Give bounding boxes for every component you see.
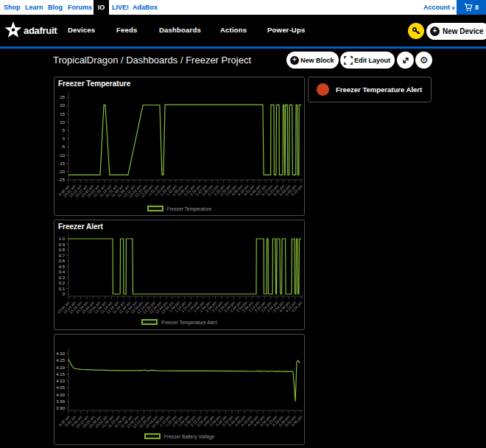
nav-dashboards[interactable]: Dashboards [159, 15, 201, 46]
legend-label: Freezer Temperature [167, 206, 212, 211]
plus-icon: + [430, 27, 440, 36]
legend-swatch [141, 319, 158, 325]
legend-label: Freezer Battery Voltage [164, 434, 214, 439]
chart-legend: Freezer Battery Voltage [54, 433, 304, 439]
freezer-temperature-chart: 2520151050-5-10-15-20-259:48 am10:01 am1… [54, 77, 304, 215]
new-block-button[interactable]: + New Block [286, 52, 339, 69]
chart-title: Freezer Temperature [58, 80, 130, 88]
key-icon [411, 26, 421, 36]
freezer-temperature-alert-block: Freezer Temperature Alert [308, 77, 432, 102]
freezer-battery-block: 4.304.254.204.154.104.054.003.953.909:28… [54, 334, 305, 445]
legend-swatch [144, 433, 161, 439]
new-device-button[interactable]: + New Device [426, 23, 486, 40]
svg-text:-5: -5 [61, 144, 66, 149]
svg-text:4.25: 4.25 [56, 358, 65, 363]
account-menu[interactable]: Account∨ [423, 0, 455, 15]
freezer-temperature-block: 2520151050-5-10-15-20-259:48 am10:01 am1… [54, 77, 305, 216]
svg-text:0.1: 0.1 [59, 287, 66, 291]
toplink-shop[interactable]: Shop [4, 0, 21, 15]
svg-text:5: 5 [63, 128, 66, 133]
new-block-label: New Block [300, 57, 334, 64]
svg-text:4.10: 4.10 [56, 379, 65, 383]
fullscreen-button[interactable] [397, 52, 414, 69]
svg-text:20: 20 [60, 103, 65, 108]
svg-text:-25: -25 [58, 178, 65, 182]
toplink-live[interactable]: LIVE! [112, 0, 129, 15]
brand-text: adafruit [24, 25, 57, 36]
svg-text:0.3: 0.3 [59, 276, 66, 280]
toplink-blog[interactable]: Blog [48, 0, 63, 15]
gear-icon: ⚙ [420, 55, 429, 65]
top-bar: Shop Learn Blog Forums IO LIVE! AdaBox A… [0, 0, 486, 15]
cart-icon [464, 3, 473, 12]
edit-layout-label: Edit Layout [354, 57, 390, 64]
alert-block-label: Freezer Temperature Alert [336, 77, 422, 102]
svg-text:-15: -15 [58, 161, 65, 166]
legend-swatch [147, 206, 163, 211]
new-device-label: New Device [443, 27, 484, 35]
account-label: Account [423, 4, 450, 11]
accent-divider [0, 46, 486, 49]
svg-text:10: 10 [60, 120, 65, 125]
svg-text:0.8: 0.8 [59, 248, 66, 252]
svg-text:15: 15 [60, 112, 65, 116]
expand-arrows-icon [401, 56, 410, 65]
svg-text:4.05: 4.05 [56, 385, 65, 390]
svg-text:4.20: 4.20 [56, 365, 65, 370]
svg-text:0.9: 0.9 [59, 242, 66, 247]
legend-label: Freezer Temperature Alert [161, 320, 216, 325]
alert-indicator-icon [317, 83, 329, 96]
toplink-io-active[interactable]: IO [94, 0, 109, 15]
svg-text:-20: -20 [58, 169, 65, 174]
breadcrumb[interactable]: TropicalDragon / Dashboards / Freezer Pr… [53, 55, 251, 66]
toplink-adabox[interactable]: AdaBox [133, 0, 158, 15]
nav-feeds[interactable]: Feeds [116, 15, 137, 46]
freezer-battery-voltage-chart: 4.304.254.204.154.104.054.003.953.909:28… [54, 335, 304, 444]
svg-text:0.4: 0.4 [59, 270, 66, 274]
adafruit-logo[interactable]: adafruit [4, 21, 57, 39]
svg-text:0: 0 [63, 136, 66, 141]
svg-text:1.0: 1.0 [59, 237, 66, 241]
svg-text:25: 25 [60, 95, 65, 99]
toplink-forums[interactable]: Forums [68, 0, 92, 15]
svg-text:0: 0 [63, 292, 66, 296]
svg-text:4.00: 4.00 [56, 393, 65, 397]
edit-layout-icon [344, 56, 353, 65]
svg-text:4.15: 4.15 [56, 372, 65, 377]
svg-text:4.30: 4.30 [56, 351, 65, 356]
nav-actions[interactable]: Actions [220, 15, 247, 46]
svg-text:3.95: 3.95 [56, 399, 65, 404]
freezer-alert-block: 1.00.90.80.70.60.50.40.30.20.1010:04 am1… [54, 220, 305, 330]
plus-icon: + [290, 56, 299, 65]
nav-power-ups[interactable]: Power-Ups [267, 15, 305, 46]
chart-legend: Freezer Temperature Alert [54, 319, 304, 325]
svg-text:0.5: 0.5 [59, 265, 66, 269]
nav-devices[interactable]: Devices [68, 15, 95, 46]
chart-title: Freezer Alert [58, 223, 103, 231]
toplink-learn[interactable]: Learn [25, 0, 43, 15]
chart-legend: Freezer Temperature [54, 206, 304, 211]
api-key-button[interactable] [408, 23, 424, 39]
adafruit-star-icon [4, 21, 22, 39]
cart-count: 8 [475, 4, 479, 11]
settings-button[interactable]: ⚙ [415, 52, 432, 69]
svg-text:0.2: 0.2 [59, 281, 66, 285]
freezer-alert-chart: 1.00.90.80.70.60.50.40.30.20.1010:04 am1… [54, 220, 304, 329]
svg-text:0.7: 0.7 [59, 253, 66, 258]
cart-button[interactable]: 8 [457, 0, 486, 15]
svg-text:0.6: 0.6 [59, 259, 66, 263]
svg-text:-10: -10 [58, 153, 65, 158]
chevron-down-icon: ∨ [451, 5, 455, 10]
edit-layout-button[interactable]: Edit Layout [340, 52, 395, 69]
svg-text:3.90: 3.90 [56, 406, 65, 410]
